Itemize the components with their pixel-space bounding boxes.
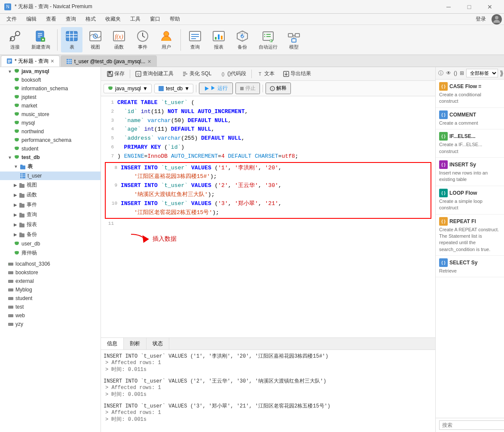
menu-tools[interactable]: 工具 bbox=[126, 14, 145, 24]
snippet-insert-desc: Insert new rows into an existing table bbox=[439, 170, 501, 183]
db-select-2[interactable]: test_db ▼ bbox=[154, 84, 193, 93]
view-label: 视图 bbox=[91, 44, 100, 50]
sidebar-mysql[interactable]: mysql bbox=[0, 119, 101, 127]
menu-edit[interactable]: 编辑 bbox=[22, 14, 41, 24]
toolbar-view[interactable]: 视图 bbox=[85, 27, 106, 52]
explain-button[interactable]: i 解释 bbox=[266, 83, 291, 94]
sidebar-java-mysql[interactable]: ▼ java_mysql bbox=[0, 67, 101, 76]
sidebar-yongzhongyang[interactable]: 雍仲杨 bbox=[0, 248, 101, 258]
sidebar-jsptest[interactable]: jsptest bbox=[0, 93, 101, 101]
snippet-repeat-icon: { } bbox=[439, 217, 448, 226]
brackets-button[interactable]: () bbox=[453, 68, 458, 78]
snippet-case[interactable]: { } CASE Flow = Create a conditional con… bbox=[436, 80, 504, 108]
run-button[interactable]: ▶ 运行 bbox=[199, 83, 232, 94]
sidebar-view-folder[interactable]: ▶ 视图 bbox=[0, 180, 101, 190]
sidebar-test[interactable]: test bbox=[0, 303, 101, 311]
eye-button[interactable]: 👁 bbox=[446, 68, 452, 78]
stop-button[interactable]: 停止 bbox=[235, 83, 260, 94]
bottom-tab-info[interactable]: 信息 bbox=[101, 338, 124, 349]
sidebar-market[interactable]: market bbox=[0, 101, 101, 110]
toolbar-auto-run[interactable]: 自动运行 bbox=[255, 27, 281, 52]
sidebar-music-store[interactable]: music_store bbox=[0, 110, 101, 119]
toolbar-query[interactable]: 查询 bbox=[184, 27, 206, 52]
sidebar-event-folder[interactable]: ▶ 事件 bbox=[0, 200, 101, 210]
code-editor[interactable]: 1 CREATE TABLE `t_user` ( 2 `id` int(11)… bbox=[101, 96, 435, 337]
close-button[interactable]: ✕ bbox=[480, 0, 500, 14]
svg-line-23 bbox=[143, 36, 145, 37]
sidebar-web[interactable]: web bbox=[0, 311, 101, 320]
sidebar-bookstore[interactable]: bookstore bbox=[0, 268, 101, 277]
sidebar-backup-folder[interactable]: ▶ 备份 bbox=[0, 230, 101, 239]
snippet-comment[interactable]: { } COMMENT Create a comment bbox=[436, 108, 504, 129]
snippet-select[interactable]: { } SELECT Sy Retrieve bbox=[436, 256, 504, 277]
snippet-loop[interactable]: { } LOOP Flow Create a simple loop const… bbox=[436, 186, 504, 214]
tab-untitled-close[interactable]: × bbox=[51, 58, 54, 64]
sidebar-student-java[interactable]: student bbox=[0, 144, 101, 153]
tab-untitled[interactable]: * 无标题 - 查询 × bbox=[1, 55, 60, 67]
menu-format[interactable]: 格式 bbox=[81, 14, 100, 24]
maximize-button[interactable]: □ bbox=[459, 0, 479, 14]
code-segment-button[interactable]: () ()代码段 bbox=[217, 69, 250, 79]
save-button[interactable]: 保存 bbox=[104, 69, 128, 79]
sidebar-information-schema[interactable]: information_schema bbox=[0, 84, 101, 93]
toolbar-new-query[interactable]: 新建查询 bbox=[28, 27, 54, 52]
toolbar-model[interactable]: 模型 bbox=[283, 27, 305, 52]
sidebar-user-db[interactable]: user_db bbox=[0, 239, 101, 248]
grid-button[interactable]: ⊞ bbox=[459, 68, 464, 78]
info-button[interactable]: ⓘ bbox=[438, 68, 444, 78]
table-label: 表 bbox=[70, 44, 74, 50]
sidebar-performance-schema[interactable]: performance_schema bbox=[0, 136, 101, 144]
editor-line-4: 4 `age` int(11) DEFAULT NULL, bbox=[103, 125, 433, 134]
sidebar-localhost-3306[interactable]: localhost_3306 bbox=[0, 260, 101, 268]
tab-t-user-close[interactable]: × bbox=[147, 58, 151, 65]
snippet-insert[interactable]: { } INSERT Sy Insert new rows into an ex… bbox=[436, 158, 504, 186]
sidebar-table-folder[interactable]: ▼ 表 bbox=[0, 162, 101, 172]
query-create-tool-button[interactable]: Q 查询创建工具 bbox=[132, 69, 177, 79]
sidebar-t-user[interactable]: t_user bbox=[0, 172, 101, 180]
sidebar-yzy[interactable]: yzy bbox=[0, 320, 101, 328]
tag-select[interactable]: 全部标签 bbox=[466, 69, 498, 77]
toolbar-user[interactable]: 用户 bbox=[156, 27, 177, 52]
bottom-tab-status[interactable]: 状态 bbox=[147, 338, 169, 349]
toolbar-table[interactable]: 表 bbox=[61, 27, 82, 52]
sidebar-booksoft[interactable]: booksoft bbox=[0, 76, 101, 84]
sidebar-external[interactable]: external bbox=[0, 277, 101, 285]
right-panel-scroll[interactable]: { } CASE Flow = Create a conditional con… bbox=[436, 80, 504, 418]
backup-label: 备份 bbox=[238, 44, 247, 50]
toolbar-event[interactable]: 事件 bbox=[132, 27, 153, 52]
bottom-content[interactable]: INSERT INTO `t_user` VALUES ('1', '李洪刚',… bbox=[101, 350, 435, 432]
beautify-sql-button[interactable]: 美化 SQL bbox=[179, 69, 215, 79]
sidebar-myblog[interactable]: Myblog bbox=[0, 285, 101, 294]
toolbar-function[interactable]: f(x) 函数 bbox=[108, 27, 130, 52]
query-icon bbox=[188, 29, 202, 43]
menu-file[interactable]: 文件 bbox=[2, 14, 21, 24]
text-button[interactable]: T 文本 bbox=[254, 69, 278, 79]
db-select-1[interactable]: java_mysql ▼ bbox=[104, 84, 152, 93]
bottom-tab-profile[interactable]: 剖析 bbox=[124, 338, 147, 349]
menu-view[interactable]: 查看 bbox=[42, 14, 61, 24]
minimize-button[interactable]: ─ bbox=[439, 0, 458, 14]
sidebar-student[interactable]: student bbox=[0, 294, 101, 303]
table-icon bbox=[65, 29, 79, 43]
export-result-button[interactable]: 导出结果 bbox=[280, 69, 315, 79]
expand-button[interactable]: ⟫ bbox=[500, 69, 504, 77]
db-select-2-chevron: ▼ bbox=[184, 86, 189, 92]
sidebar-northwind[interactable]: northwind bbox=[0, 127, 101, 136]
menu-help[interactable]: 帮助 bbox=[165, 14, 184, 24]
sidebar-report-folder[interactable]: ▶ 报表 bbox=[0, 220, 101, 230]
sidebar-function-folder[interactable]: ▶ 函数 bbox=[0, 190, 101, 200]
toolbar-connect[interactable]: 连接 bbox=[4, 27, 26, 52]
tab-untitled-label: * 无标题 - 查询 bbox=[15, 58, 49, 65]
toolbar-backup[interactable]: 备份 bbox=[232, 27, 253, 52]
menu-window[interactable]: 窗口 bbox=[146, 14, 165, 24]
login-button[interactable]: 登录 bbox=[472, 15, 489, 24]
sidebar-test-db[interactable]: ▼ test_db bbox=[0, 153, 101, 162]
toolbar-report[interactable]: 报表 bbox=[208, 27, 229, 52]
snippet-search-input[interactable] bbox=[439, 420, 504, 430]
snippet-if-else[interactable]: { } IF...ELSE... Create a IF...ELSE... c… bbox=[436, 129, 504, 158]
snippet-repeat[interactable]: { } REPEAT Fl Create A REPEAT construct.… bbox=[436, 214, 504, 256]
menu-favorites[interactable]: 收藏夹 bbox=[101, 14, 125, 24]
sidebar-query-folder[interactable]: ▶ 查询 bbox=[0, 210, 101, 220]
menu-query[interactable]: 查询 bbox=[61, 14, 80, 24]
tab-t-user[interactable]: t_user @test_db (java_mysql... × bbox=[61, 55, 157, 67]
